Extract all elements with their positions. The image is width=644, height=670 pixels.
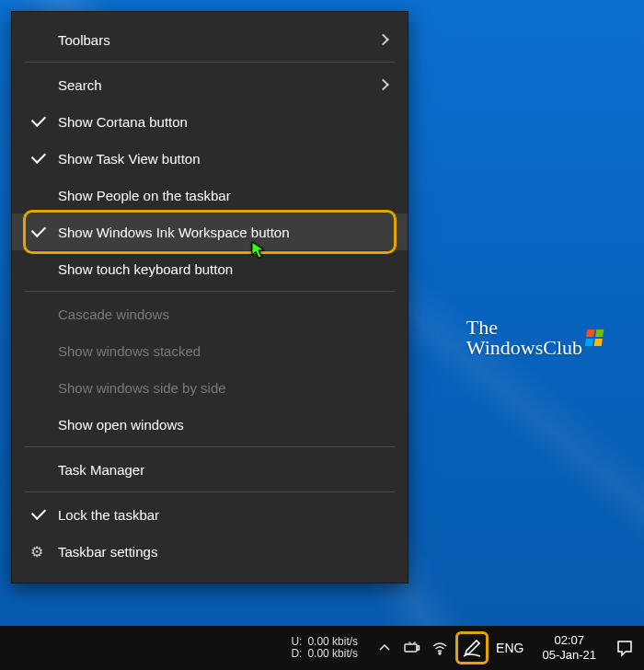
menu-show-ink-workspace[interactable]: Show Windows Ink Workspace button — [12, 214, 408, 250]
watermark: The WindowsClub — [466, 318, 603, 358]
system-tray — [367, 640, 457, 656]
network-stats: U: 0.00 kbit/s D: 0.00 kbit/s — [291, 636, 358, 660]
menu-stacked-windows: Show windows stacked — [12, 332, 408, 369]
net-down-value: 0.00 kbit/s — [307, 648, 358, 660]
wifi-icon[interactable] — [431, 640, 448, 656]
menu-show-task-view[interactable]: Show Task View button — [12, 140, 408, 177]
action-center-button[interactable] — [605, 626, 644, 670]
menu-toolbars-label: Toolbars — [58, 32, 110, 48]
menu-stacked-label: Show windows stacked — [58, 343, 201, 359]
tray-overflow-icon[interactable] — [376, 640, 393, 656]
language-indicator[interactable]: ENG — [487, 641, 533, 655]
separator — [25, 62, 395, 63]
menu-show-cortana-label: Show Cortana button — [58, 114, 188, 130]
menu-show-touch-kb-label: Show touch keyboard button — [58, 261, 233, 277]
windows-flag-icon — [585, 329, 604, 346]
separator — [25, 491, 395, 492]
menu-open-windows-label: Show open windows — [58, 417, 184, 433]
taskbar-context-menu: Toolbars Search Show Cortana button Show… — [11, 11, 408, 583]
watermark-line2: WindowsClub — [466, 338, 582, 358]
menu-toolbars[interactable]: Toolbars — [12, 21, 408, 58]
clock-time: 02:07 — [554, 633, 584, 648]
menu-lock-taskbar[interactable]: Lock the taskbar — [12, 496, 408, 533]
menu-show-people-label: Show People on the taskbar — [58, 188, 231, 203]
menu-show-ink-label: Show Windows Ink Workspace button — [58, 225, 290, 240]
menu-cascade-label: Cascade windows — [58, 306, 169, 322]
menu-side-by-side: Show windows side by side — [12, 369, 408, 406]
menu-search[interactable]: Search — [12, 66, 408, 103]
watermark-line1: The — [466, 318, 582, 338]
svg-rect-0 — [405, 644, 417, 652]
battery-icon[interactable] — [404, 640, 420, 656]
menu-cascade-windows: Cascade windows — [12, 295, 408, 332]
svg-rect-1 — [418, 646, 420, 650]
menu-search-label: Search — [58, 77, 102, 93]
menu-open-windows[interactable]: Show open windows — [12, 406, 408, 443]
separator — [25, 291, 395, 292]
menu-show-touch-keyboard[interactable]: Show touch keyboard button — [12, 250, 408, 287]
menu-task-manager-label: Task Manager — [58, 462, 144, 478]
net-down-label: D: — [291, 648, 302, 660]
language-label: ENG — [496, 641, 523, 655]
clock[interactable]: 02:07 05-Jan-21 — [533, 633, 605, 662]
menu-task-manager[interactable]: Task Manager — [12, 451, 408, 488]
clock-date: 05-Jan-21 — [542, 648, 596, 663]
menu-taskbar-settings-label: Taskbar settings — [58, 544, 157, 560]
svg-point-2 — [439, 653, 441, 654]
menu-show-task-view-label: Show Task View button — [58, 151, 201, 167]
taskbar[interactable]: U: 0.00 kbit/s D: 0.00 kbit/s ENG 02:07 … — [0, 626, 644, 670]
menu-show-cortana[interactable]: Show Cortana button — [12, 103, 408, 140]
menu-show-people[interactable]: Show People on the taskbar — [12, 177, 408, 214]
separator — [25, 446, 395, 447]
menu-side-by-side-label: Show windows side by side — [58, 380, 226, 396]
menu-lock-taskbar-label: Lock the taskbar — [58, 507, 159, 523]
windows-ink-workspace-button[interactable] — [457, 633, 487, 663]
menu-taskbar-settings[interactable]: Taskbar settings — [12, 533, 408, 570]
